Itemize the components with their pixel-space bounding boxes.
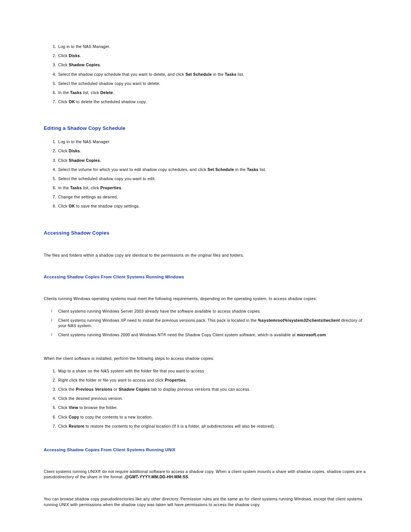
heading-accessing-shadow-copies: Accessing Shadow Copies xyxy=(44,230,367,236)
bullet-item: Client systems running Windows XP need t… xyxy=(53,316,367,330)
step-item: Click OK to delete the scheduled shadow … xyxy=(57,97,367,106)
bullet-list-windows-requirements: Client systems running Windows Server 20… xyxy=(44,307,367,340)
subheading-unix-clients: Accessing Shadow Copies From Client Syst… xyxy=(44,447,367,452)
bullet-item: Client systems running Windows Server 20… xyxy=(53,307,367,316)
step-item: Click Disks. xyxy=(57,146,367,155)
step-item: Click the Previous Versions or Shadow Co… xyxy=(57,385,367,394)
step-item: Select the scheduled shadow copy you wan… xyxy=(57,79,367,88)
step-item: Log in to the NAS Manager. xyxy=(57,137,367,146)
step-item: Click Copy to copy the contents to a new… xyxy=(57,412,367,422)
step-item: Click View to browse the folder. xyxy=(57,403,367,412)
step-item: Select the volume for which you want to … xyxy=(57,165,367,174)
step-item: Select the scheduled shadow copy you wan… xyxy=(57,174,367,183)
bullet-item: Client systems running Windows 2000 and … xyxy=(53,330,367,339)
paragraph-windows-steps-lead: When the client software is installed, p… xyxy=(44,356,367,361)
steps-list-access-windows: Map to a share on the NAS system with th… xyxy=(44,366,367,431)
step-item: Select the shadow copy schedule that you… xyxy=(57,70,367,79)
paragraph-unix-2: You can browse shadow copy pseudodirecto… xyxy=(44,496,367,507)
heading-edit-schedule: Editing a Shadow Copy Schedule xyxy=(44,125,367,131)
step-item: In the Tasks list, click Delete. xyxy=(57,88,367,97)
step-item: Click Disks. xyxy=(57,51,367,60)
step-item: Click Restore to restore the contents to… xyxy=(57,422,367,431)
step-item: In the Tasks list, click Properties. xyxy=(57,183,367,192)
step-item: Click Shadow Copies. xyxy=(57,60,367,69)
step-item: Click Shadow Copies. xyxy=(57,156,367,165)
step-item: Right click the folder or file you want … xyxy=(57,375,367,385)
step-item: Click OK to save the shadow copy setting… xyxy=(57,201,367,211)
step-item: Change the settings as desired. xyxy=(57,192,367,201)
paragraph-windows-requirements: Clients running Windows operating system… xyxy=(44,296,367,301)
paragraph-unix-1: Client systems running UNIX® do not requ… xyxy=(44,469,367,479)
step-item: Click the desired previous version. xyxy=(57,394,367,403)
document-page: Log in to the NAS Manager. Click Disks. … xyxy=(0,0,411,530)
steps-list-delete-schedule: Log in to the NAS Manager. Click Disks. … xyxy=(44,42,367,106)
paragraph-intro: The files and folders within a shadow co… xyxy=(44,252,367,258)
step-item: Map to a share on the NAS system with th… xyxy=(57,366,367,375)
subheading-windows-clients: Accessing Shadow Copies From Client Syst… xyxy=(44,275,367,279)
steps-list-edit-schedule: Log in to the NAS Manager. Click Disks. … xyxy=(44,137,367,211)
step-item: Log in to the NAS Manager. xyxy=(57,42,367,51)
